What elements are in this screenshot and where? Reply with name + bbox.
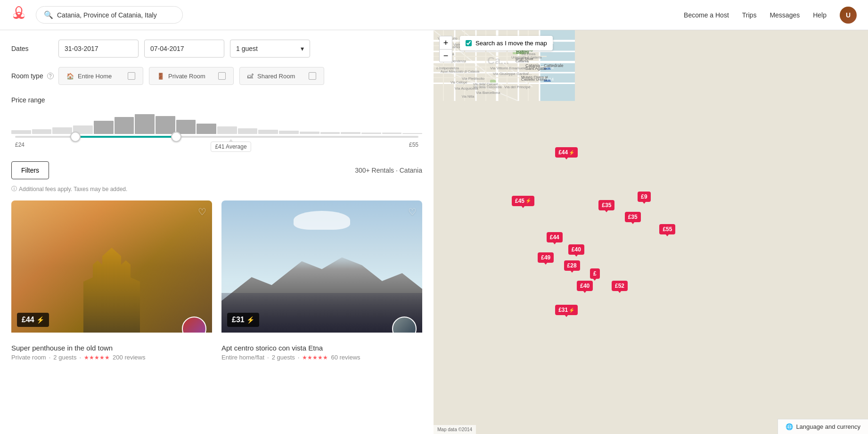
room-type-row: Room type ? 🏠 Entire Home 🚪 Private Room…	[11, 67, 422, 85]
help-link[interactable]: Help	[813, 11, 827, 19]
fees-notice: ⓘ Additional fees apply. Taxes may be ad…	[11, 185, 422, 193]
search-as-move-label: Search as I move the map	[475, 40, 547, 47]
map-marker-m14[interactable]: £55	[659, 224, 675, 234]
room-options: 🏠 Entire Home 🚪 Private Room 🛋 Shared Ro…	[58, 67, 324, 85]
dates-label: Dates	[11, 45, 58, 52]
hist-bar-7	[135, 114, 155, 134]
wishlist-heart-1[interactable]: ♡	[198, 206, 206, 217]
header: 🔍 Become a Host Trips Messages Help U	[0, 0, 868, 30]
listing-guests-1: 2 guests	[53, 354, 76, 361]
hist-bar-16	[320, 132, 340, 134]
listing-meta-2: Entire home/flat · 2 guests · ★★★★★ 60 r…	[221, 354, 422, 361]
hist-bar-13	[258, 130, 278, 134]
private-room-label: Private Room	[168, 73, 205, 80]
svg-text:Sant'Agata: Sant'Agata	[525, 66, 546, 71]
globe-icon: 🌐	[786, 423, 793, 430]
map-marker-m10[interactable]: £	[590, 268, 600, 279]
rentals-count: 300+ Rentals · Catania	[355, 167, 422, 174]
room-option-shared-room[interactable]: 🛋 Shared Room	[239, 67, 324, 85]
chevron-down-icon: ▾	[301, 45, 304, 52]
map-marker-m11[interactable]: £40	[577, 281, 593, 291]
user-avatar[interactable]: U	[840, 7, 857, 24]
date-from-input[interactable]	[58, 40, 139, 58]
marker-lightning-1: ⚡	[569, 150, 574, 155]
filters-button[interactable]: Filters	[11, 161, 49, 179]
private-room-icon: 🚪	[157, 73, 164, 80]
listing-type-2: Entire home/flat	[221, 354, 264, 361]
listing-price-1: £44 ⚡	[17, 313, 49, 327]
svg-text:Catania: Catania	[516, 59, 529, 63]
svg-text:Via della Concordia: Via della Concordia	[473, 85, 502, 89]
svg-text:Via Nitta: Via Nitta	[462, 95, 474, 98]
shared-room-icon: 🛋	[247, 73, 254, 80]
map-marker-m1[interactable]: £44 ⚡	[555, 147, 578, 158]
map-marker-m5[interactable]: £35	[625, 212, 641, 222]
lightning-icon-1: ⚡	[36, 316, 44, 324]
hist-bar-2	[32, 129, 52, 134]
svg-text:Via Callope: Via Callope	[450, 81, 467, 84]
listing-card-1[interactable]: ♡ £44 ⚡ Super penthouse in the old town …	[11, 200, 212, 365]
airbnb-logo[interactable]	[11, 6, 26, 24]
listing-type-1: Private room	[11, 354, 46, 361]
shared-room-label: Shared Room	[257, 73, 295, 80]
zoom-in-button[interactable]: +	[439, 36, 452, 49]
room-option-private-room[interactable]: 🚪 Private Room	[149, 67, 234, 85]
map-marker-m4[interactable]: £9	[638, 192, 650, 202]
listing-price-2: £31 ⚡	[227, 313, 259, 327]
map-marker-m13[interactable]: £31 ⚡	[555, 305, 578, 315]
listing-stars-1: ★★★★★	[84, 354, 110, 361]
listing-card-2[interactable]: ♡ £31 ⚡ Apt centro storico con vista Etn…	[221, 200, 422, 365]
map-marker-m2[interactable]: £45 ⚡	[512, 196, 534, 206]
become-host-link[interactable]: Become a Host	[684, 11, 729, 19]
svg-text:Castello Ursino: Castello Ursino	[521, 77, 547, 82]
language-currency-label: Language and currency	[796, 423, 860, 430]
map-marker-m9[interactable]: £28	[564, 260, 580, 271]
svg-text:o Indipendenza: o Indipendenza	[436, 67, 459, 70]
search-bar[interactable]: 🔍	[36, 6, 183, 24]
zoom-out-button[interactable]: −	[439, 49, 452, 62]
map-marker-m6[interactable]: £44	[547, 232, 563, 242]
price-slider-fill	[75, 136, 176, 138]
shared-room-checkbox[interactable]	[309, 72, 316, 80]
price-slider-track[interactable]	[15, 136, 418, 138]
price-range-section: Price range	[11, 96, 422, 152]
help-icon: ?	[47, 73, 54, 79]
filters-action-row: Filters 300+ Rentals · Catania	[11, 161, 422, 179]
price-slider-thumb-right[interactable]	[171, 132, 181, 142]
search-input[interactable]	[57, 11, 175, 19]
date-to-input[interactable]	[144, 40, 224, 58]
search-as-move-checkbox[interactable]	[466, 40, 472, 46]
listing-reviews-1: 200 reviews	[113, 354, 145, 361]
search-as-move-bar: Search as I move the map	[460, 36, 553, 50]
map-marker-m7[interactable]: £40	[568, 244, 584, 255]
map-marker-m8[interactable]: £49	[538, 252, 554, 263]
private-room-checkbox[interactable]	[218, 72, 226, 80]
wishlist-heart-2[interactable]: ♡	[408, 206, 417, 217]
language-currency-bar[interactable]: 🌐 Language and currency	[778, 419, 868, 434]
listing-title-2: Apt centro storico con vista Etna	[221, 344, 422, 352]
messages-link[interactable]: Messages	[770, 11, 800, 19]
hist-bar-5	[94, 121, 114, 134]
room-option-entire-home[interactable]: 🏠 Entire Home	[58, 67, 143, 85]
svg-text:Asse Attrezzato di Catania: Asse Attrezzato di Catania	[441, 70, 479, 73]
hist-bar-14	[279, 131, 299, 134]
price-avg-badge: £41 Average	[211, 142, 251, 152]
main-nav: Become a Host Trips Messages Help U	[684, 7, 857, 24]
map-panel[interactable]: SS114 SS114 SS114 Via S. Nullo Via Dotto…	[434, 30, 868, 434]
map-marker-m12[interactable]: £52	[612, 281, 628, 291]
hist-bar-9	[176, 120, 196, 134]
price-slider-thumb-left[interactable]	[70, 132, 81, 142]
guests-select[interactable]: 1 guest ▾	[230, 40, 310, 58]
listing-stars-2: ★★★★★	[302, 354, 328, 361]
price-max-label: £55	[409, 142, 418, 152]
snow-cap	[294, 211, 350, 230]
hist-bar-6	[115, 117, 134, 134]
hist-bar-20	[402, 133, 422, 134]
entire-home-checkbox[interactable]	[128, 72, 135, 80]
svg-text:Via del Principe: Via del Principe	[504, 85, 531, 89]
map-marker-m3[interactable]: £35	[598, 200, 614, 210]
lightning-icon-2: ⚡	[246, 316, 254, 324]
trips-link[interactable]: Trips	[742, 11, 757, 19]
listings-grid: ♡ £44 ⚡ Super penthouse in the old town …	[11, 200, 422, 365]
price-histogram	[11, 111, 422, 134]
